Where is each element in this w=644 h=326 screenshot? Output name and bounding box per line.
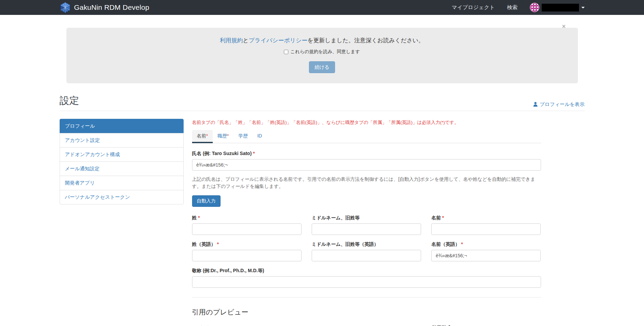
user-avatar-identicon	[530, 3, 539, 12]
required-asterisk: *	[442, 215, 444, 220]
profile-settings-panel: 名前タブの「氏名」「姓」「名前」「姓(英語)」「名前(英語)」、ならびに職歴タブ…	[192, 119, 541, 326]
given-name-input[interactable]	[431, 223, 541, 235]
header-divider	[60, 111, 585, 111]
view-profile-label: プロフィールを表示	[540, 101, 585, 108]
tab-name[interactable]: 名前*	[192, 130, 213, 143]
terms-update-banner: × 利用規約とプライバシーポリシーを更新しました。注意深くお読みください。 これ…	[66, 28, 578, 83]
full-name-input[interactable]	[192, 159, 541, 171]
required-asterisk: *	[253, 151, 255, 156]
column-header-citation-format: 引用形式	[429, 322, 541, 326]
tab-id[interactable]: ID	[252, 130, 267, 143]
brand-title: GakuNin RDM Develop	[74, 3, 149, 12]
middle-names-input[interactable]	[312, 223, 421, 235]
autofill-button[interactable]: 自動入力	[192, 195, 221, 207]
close-icon[interactable]: ×	[562, 23, 566, 29]
family-name-en-label: 姓（英語） *	[192, 241, 302, 247]
page-title: 設定	[60, 94, 79, 108]
middle-names-label: ミドルネーム、旧姓等	[312, 215, 421, 221]
family-name-label: 姓 *	[192, 215, 302, 221]
sidebar-item-addon-accounts[interactable]: アドオンアカウント構成	[60, 147, 184, 162]
person-icon	[533, 102, 538, 107]
profile-tabs: 名前* 職歴* 学歴 ID	[192, 130, 541, 143]
terms-msg-mid: と	[243, 37, 249, 44]
terms-of-use-link[interactable]: 利用規約	[220, 37, 243, 44]
terms-update-message: 利用規約とプライバシーポリシーを更新しました。注意深くお読みください。	[73, 37, 571, 44]
citation-header-row: スタイル 引用形式	[192, 322, 541, 326]
citation-preview-table: スタイル 引用形式 APA , MLA , è¾»æ&#156;¬	[192, 322, 541, 326]
continue-button[interactable]: 続ける	[309, 61, 335, 73]
full-name-help-text: 上記の氏名は、プロフィールに表示される名前です。引用での名前の表示方法を制御する…	[192, 176, 541, 190]
brand-link[interactable]: GakuNin RDM Develop	[60, 2, 149, 13]
full-name-label: 氏名 (例: Taro Suzuki Sato) *	[192, 151, 541, 157]
required-asterisk: *	[206, 133, 208, 138]
agree-checkbox-label: これらの規約を読み、同意します	[290, 49, 360, 55]
settings-sidebar: プロフィール アカウント設定 アドオンアカウント構成 メール通知設定 開発者アプ…	[60, 119, 184, 204]
suffix-input[interactable]	[192, 276, 541, 288]
required-asterisk: *	[198, 215, 200, 220]
sidebar-item-developer-apps[interactable]: 開発者アプリ	[60, 176, 184, 190]
middle-names-en-label: ミドルネーム、旧姓等（英語）	[312, 241, 421, 247]
given-name-en-label: 名前（英語） *	[431, 241, 541, 247]
view-profile-link[interactable]: プロフィールを表示	[533, 101, 585, 108]
required-asterisk: *	[461, 241, 463, 247]
suffix-label: 敬称 (例:Dr., Prof., Ph.D., M.D.等)	[192, 268, 541, 274]
citation-preview-title: 引用のプレビュー	[192, 307, 541, 317]
section-divider	[192, 297, 541, 298]
required-asterisk: *	[217, 241, 219, 247]
privacy-policy-link[interactable]: プライバシーポリシー	[249, 37, 307, 44]
column-header-style: スタイル	[192, 322, 429, 326]
agree-terms-checkbox[interactable]	[284, 50, 288, 54]
terms-msg-tail: を更新しました。注意深くお読みください。	[307, 37, 424, 44]
top-navbar: GakuNin RDM Develop マイプロジェクト 検索	[0, 0, 644, 15]
given-name-en-input[interactable]	[431, 250, 541, 261]
nav-search-link[interactable]: 検索	[507, 4, 518, 11]
redacted-username	[542, 4, 579, 12]
user-menu-toggle[interactable]	[530, 3, 585, 12]
required-asterisk: *	[227, 133, 229, 138]
required-fields-note: 名前タブの「氏名」「姓」「名前」「姓(英語)」「名前(英語)」、ならびに職歴タブ…	[192, 119, 541, 126]
middle-names-en-input[interactable]	[312, 250, 421, 261]
tab-education[interactable]: 学歴	[233, 130, 252, 143]
sidebar-item-personal-access-tokens[interactable]: パーソナルアクセストークン	[60, 190, 184, 204]
sidebar-item-email-notifications[interactable]: メール通知設定	[60, 161, 184, 176]
given-name-label: 名前 *	[431, 215, 541, 221]
gakunin-rdm-logo-icon	[60, 2, 71, 13]
sidebar-item-account-settings[interactable]: アカウント設定	[60, 133, 184, 148]
family-name-input[interactable]	[192, 223, 302, 235]
agree-checkbox-row: これらの規約を読み、同意します	[284, 49, 360, 55]
caret-down-icon	[581, 7, 585, 8]
family-name-en-input[interactable]	[192, 250, 302, 261]
tab-employment[interactable]: 職歴*	[213, 130, 233, 143]
nav-my-projects-link[interactable]: マイプロジェクト	[452, 4, 495, 11]
sidebar-item-profile[interactable]: プロフィール	[60, 119, 184, 133]
